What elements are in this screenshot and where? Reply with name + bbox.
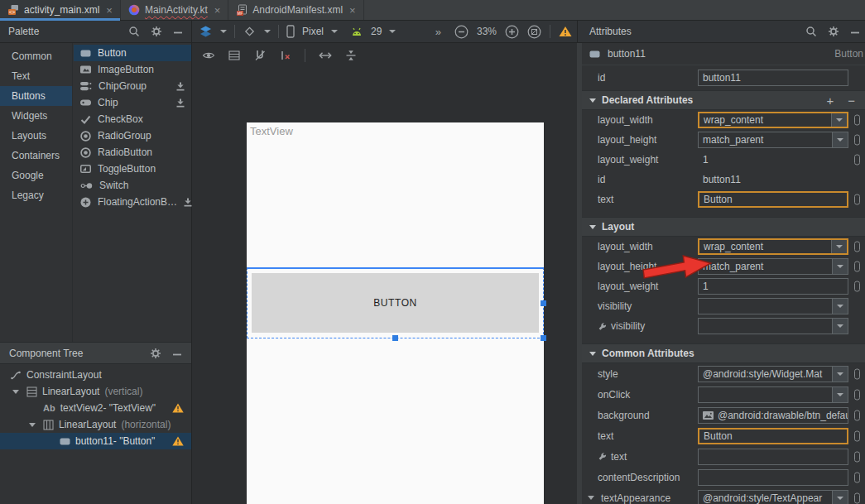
hide-panel-icon[interactable]	[172, 348, 182, 358]
close-tab-icon[interactable]: ×	[106, 5, 113, 16]
warnings-icon[interactable]	[559, 26, 572, 37]
resource-picker-flag-icon[interactable]	[854, 368, 860, 379]
attribute-dropdown-style[interactable]: @android:style/Widget.Mat	[698, 366, 848, 382]
design-surface-mode-icon[interactable]	[199, 25, 213, 38]
remove-attribute-icon[interactable]: −	[848, 94, 855, 108]
gear-icon[interactable]	[828, 26, 839, 37]
resource-picker-flag-icon[interactable]	[854, 155, 860, 166]
resource-picker-flag-icon[interactable]	[854, 242, 860, 252]
editor-tab-AndroidManifest.xml[interactable]: MFAndroidManifest.xml×	[228, 0, 363, 20]
attribute-dropdown-layout_width[interactable]: wrap_content	[698, 112, 848, 128]
attribute-input-text[interactable]	[698, 449, 848, 465]
palette-item-CheckBox[interactable]: CheckBox	[74, 111, 191, 127]
distribute-weights-icon[interactable]	[345, 49, 357, 62]
resource-picker-flag-icon[interactable]	[854, 389, 860, 400]
palette-category-Layouts[interactable]: Layouts	[0, 126, 72, 146]
attribute-dropdown-textAppearance[interactable]: @android:style/TextAppear	[698, 490, 848, 504]
device-selector[interactable]: Pixel	[302, 26, 324, 37]
resource-picker-flag-icon[interactable]	[854, 451, 860, 462]
tree-node-textView2[interactable]: AbtextView2- "TextView"	[0, 400, 191, 416]
attribute-dropdown-layout_height[interactable]: match_parent	[698, 258, 848, 275]
palette-category-Common[interactable]: Common	[0, 46, 72, 66]
zoom-level[interactable]: 33%	[477, 26, 497, 37]
chevron-down-icon[interactable]	[588, 496, 594, 500]
tree-node-ConstraintLayout[interactable]: ConstraintLayout	[0, 367, 191, 383]
dropdown-arrow-button[interactable]	[832, 387, 848, 402]
add-attribute-icon[interactable]: +	[826, 94, 834, 108]
resize-handle-corner[interactable]	[541, 335, 546, 341]
section-header-Layout[interactable]: Layout	[582, 217, 865, 237]
palette-category-Google[interactable]: Google	[0, 166, 72, 185]
palette-category-Containers[interactable]: Containers	[0, 146, 72, 166]
resource-picker-flag-icon[interactable]	[854, 115, 860, 126]
download-icon[interactable]	[176, 98, 185, 108]
palette-item-RadioGroup[interactable]: RadioGroup	[74, 127, 191, 144]
hide-panel-icon[interactable]	[850, 26, 860, 36]
view-options-eye-icon[interactable]	[202, 49, 215, 62]
search-icon[interactable]	[805, 26, 817, 37]
palette-item-ImageButton[interactable]: ImageButton	[74, 61, 191, 78]
palette-category-Buttons[interactable]: Buttons	[0, 86, 72, 106]
warning-icon[interactable]	[172, 436, 184, 446]
tree-node-button11[interactable]: button11- "Button"	[0, 433, 191, 449]
resource-picker-flag-icon[interactable]	[854, 410, 860, 420]
gear-icon[interactable]	[151, 26, 162, 37]
dropdown-arrow-button[interactable]	[831, 113, 847, 127]
toolbar-overflow-chevron[interactable]: »	[435, 26, 441, 38]
palette-item-FloatingActionB…[interactable]: FloatingActionB…	[74, 194, 191, 210]
close-tab-icon[interactable]: ×	[214, 5, 221, 16]
palette-item-Button[interactable]: Button	[74, 45, 191, 61]
dropdown-arrow-button[interactable]	[832, 299, 848, 314]
show-system-ui-icon[interactable]	[228, 49, 241, 62]
tree-node-LinearLayout[interactable]: LinearLayout(horizontal)	[0, 416, 191, 433]
button-widget[interactable]: BUTTON	[252, 273, 539, 333]
palette-category-Widgets[interactable]: Widgets	[0, 106, 72, 126]
resource-picker-flag-icon[interactable]	[854, 262, 860, 272]
resource-picker-flag-icon[interactable]	[854, 492, 860, 503]
resource-picker-flag-icon[interactable]	[854, 430, 860, 441]
clear-constraints-icon[interactable]	[279, 49, 292, 62]
palette-item-ChipGroup[interactable]: ChipGroup	[74, 78, 191, 94]
palette-item-RadioButton[interactable]: RadioButton	[74, 144, 191, 161]
search-icon[interactable]	[128, 26, 140, 37]
attribute-input-background[interactable]: @android:drawable/btn_defau	[698, 407, 848, 424]
expander-icon[interactable]	[26, 423, 38, 427]
dropdown-arrow-button[interactable]	[832, 491, 848, 504]
api-selector[interactable]: 29	[371, 26, 382, 37]
editor-tab-MainActivity.kt[interactable]: MainActivity.kt×	[121, 0, 228, 20]
hide-panel-icon[interactable]	[173, 26, 183, 36]
attribute-value[interactable]: 1	[703, 154, 709, 166]
attribute-dropdown-layout_width[interactable]: wrap_content	[698, 238, 848, 255]
autoconnect-off-magnet-icon[interactable]	[253, 49, 267, 62]
download-icon[interactable]	[176, 82, 185, 91]
section-header-Declared Attributes[interactable]: Declared Attributes+−	[582, 90, 865, 110]
attribute-dropdown-visibility[interactable]	[698, 318, 848, 334]
resource-picker-flag-icon[interactable]	[854, 281, 860, 292]
change-orientation-arrow-icon[interactable]	[318, 51, 333, 60]
textview-widget[interactable]: TextView	[250, 125, 293, 137]
zoom-out-icon[interactable]	[454, 25, 469, 39]
orientation-icon[interactable]	[243, 25, 257, 38]
palette-category-Text[interactable]: Text	[0, 66, 72, 86]
dropdown-arrow-button[interactable]	[832, 367, 848, 382]
section-header-Common Attributes[interactable]: Common Attributes	[582, 343, 865, 363]
dropdown-arrow-button[interactable]	[832, 319, 848, 334]
gear-icon[interactable]	[150, 348, 161, 359]
resource-picker-flag-icon[interactable]	[854, 135, 860, 146]
download-icon[interactable]	[184, 198, 192, 207]
dropdown-arrow-button[interactable]	[831, 240, 847, 253]
resize-handle-right[interactable]	[541, 300, 546, 306]
attribute-dropdown-layout_height[interactable]: match_parent	[698, 132, 848, 148]
palette-category-Legacy[interactable]: Legacy	[0, 185, 72, 205]
expander-icon[interactable]	[10, 390, 22, 394]
resource-picker-flag-icon[interactable]	[854, 472, 860, 482]
resource-picker-flag-icon[interactable]	[854, 194, 860, 205]
attribute-input-text[interactable]: Button	[698, 428, 848, 444]
dropdown-arrow-button[interactable]	[832, 259, 848, 274]
zoom-in-icon[interactable]	[505, 25, 519, 39]
palette-item-Chip[interactable]: Chip	[74, 94, 191, 111]
attribute-input-layout_weight[interactable]: 1	[698, 278, 848, 295]
tree-node-LinearLayout[interactable]: LinearLayout(vertical)	[0, 383, 191, 400]
palette-item-Switch[interactable]: Switch	[74, 177, 191, 194]
attribute-dropdown-onClick[interactable]	[698, 386, 848, 403]
